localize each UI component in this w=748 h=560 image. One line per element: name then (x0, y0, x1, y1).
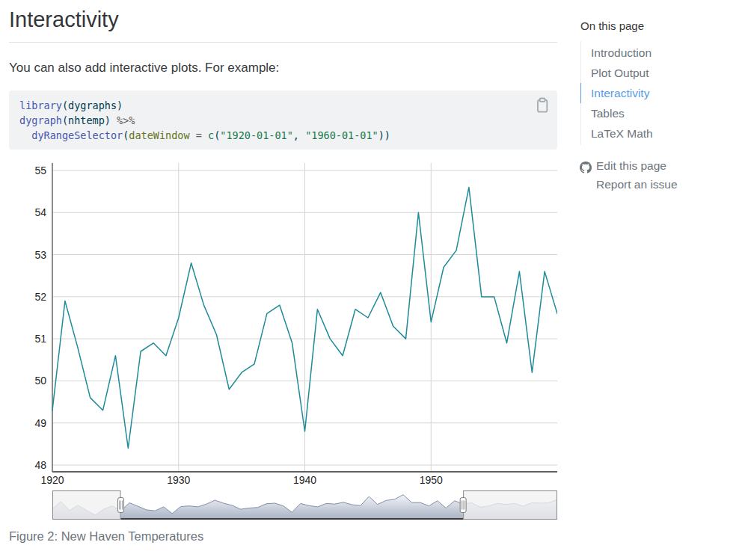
intro-text: You can also add interactive plots. For … (9, 61, 279, 76)
toc-item-plot-output[interactable]: Plot Output (581, 63, 738, 83)
toc-nav: IntroductionPlot OutputInteractivityTabl… (580, 41, 738, 145)
report-an-issue-label: Report an issue (596, 175, 678, 194)
code-listing[interactable]: library(dygraphs)dygraph(nhtemp) %>% dyR… (19, 98, 547, 143)
toc-item-tables[interactable]: Tables (581, 103, 738, 123)
y-tick-label: 53 (34, 249, 46, 261)
github-icon (580, 160, 592, 172)
range-mask-right[interactable] (463, 490, 557, 520)
range-handle-right[interactable] (460, 498, 466, 513)
copy-code-button[interactable] (534, 96, 551, 114)
x-tick-label: 1930 (167, 474, 190, 486)
range-handle-left[interactable] (118, 498, 124, 513)
toc-item-introduction[interactable]: Introduction (581, 43, 738, 63)
title-divider (9, 42, 557, 43)
edit-this-page-link[interactable]: Edit this page (580, 156, 737, 175)
dygraph-chart[interactable]: 48495051525354551920193019401950 (9, 157, 557, 528)
y-tick-label: 48 (34, 459, 46, 471)
y-tick-label: 52 (34, 291, 46, 303)
page-links: Edit this page Report an issue (580, 156, 737, 194)
page-title: Interactivity (9, 7, 119, 32)
x-tick-label: 1950 (420, 474, 443, 486)
toc-item-latex-math[interactable]: LaTeX Math (581, 123, 738, 144)
temperature-plot[interactable]: 48495051525354551920193019401950 (9, 157, 557, 528)
y-tick-label: 55 (34, 164, 46, 176)
code-line: dyRangeSelector(dateWindow = c("1920-01-… (19, 128, 547, 143)
report-an-issue-link[interactable]: Report an issue (580, 175, 737, 194)
range-mask-left[interactable] (52, 490, 121, 520)
edit-this-page-label: Edit this page (596, 156, 666, 175)
y-tick-label: 54 (34, 206, 46, 218)
y-tick-label: 49 (34, 417, 46, 429)
toc-title: On this page (580, 19, 644, 32)
figure-caption: Figure 2: New Haven Temperatures (9, 529, 203, 544)
link-icon-spacer (580, 179, 592, 191)
x-tick-label: 1940 (293, 474, 316, 486)
page-root: Interactivity You can also add interacti… (0, 0, 748, 560)
clipboard-icon (534, 105, 551, 117)
y-tick-label: 50 (34, 375, 46, 387)
x-tick-label: 1920 (40, 474, 64, 486)
code-line: dygraph(nhtemp) %>% (19, 113, 547, 128)
code-line: library(dygraphs) (19, 98, 547, 113)
code-block: library(dygraphs)dygraph(nhtemp) %>% dyR… (9, 90, 557, 150)
y-tick-label: 51 (34, 333, 46, 345)
toc-item-interactivity[interactable]: Interactivity (580, 83, 738, 103)
